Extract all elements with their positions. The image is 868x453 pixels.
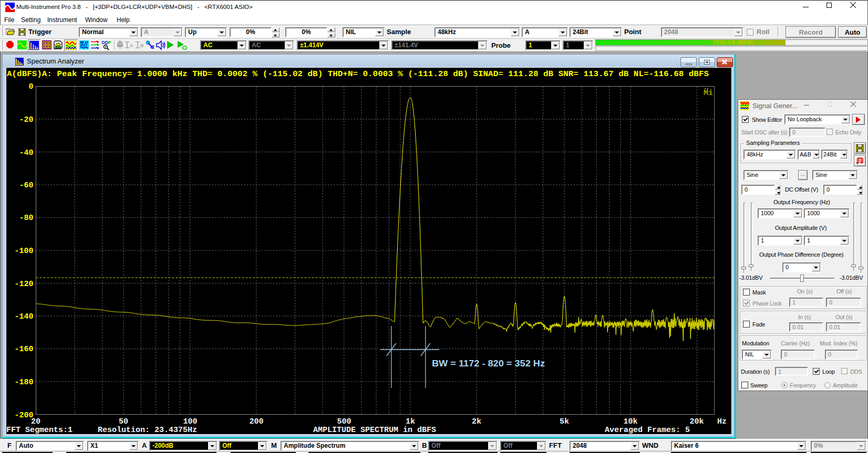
svg-text:-20: -20 <box>19 115 33 124</box>
svg-text:200: 200 <box>249 417 263 426</box>
svg-text:20: 20 <box>31 417 40 426</box>
svg-text:B: B <box>140 43 144 48</box>
svg-text:Resolution: 23.4375Hz: Resolution: 23.4375Hz <box>98 426 197 434</box>
svg-text:-60: -60 <box>19 181 33 190</box>
svg-text:5k: 5k <box>560 417 569 426</box>
svg-text:Hz: Hz <box>717 417 727 426</box>
svg-text:-80: -80 <box>19 214 33 223</box>
svg-text:-160: -160 <box>14 345 33 354</box>
svg-text:500: 500 <box>337 417 351 426</box>
svg-text:2k: 2k <box>472 417 481 426</box>
svg-text:-140: -140 <box>14 312 33 321</box>
svg-text:Averaged Frames: 5: Averaged Frames: 5 <box>605 426 690 434</box>
svg-text:-40: -40 <box>19 149 33 157</box>
svg-text:-100: -100 <box>14 247 33 256</box>
svg-text:AMPLITUDE SPECTRUM in dBFS: AMPLITUDE SPECTRUM in dBFS <box>313 426 436 434</box>
svg-text:0: 0 <box>28 82 33 91</box>
svg-text:BW = 1172 - 820 = 352 Hz: BW = 1172 - 820 = 352 Hz <box>432 359 545 368</box>
svg-text:1k: 1k <box>406 417 415 426</box>
svg-text:-180: -180 <box>14 378 33 387</box>
svg-text:-120: -120 <box>14 280 33 289</box>
svg-text:A: A <box>130 43 133 48</box>
svg-text:DUT: DUT <box>80 43 87 47</box>
svg-text:DDP: DDP <box>102 40 111 45</box>
svg-text:A(dBFS)A: Peak Frequency= 1.0: A(dBFS)A: Peak Frequency= 1.0000 kHz THD… <box>7 70 709 79</box>
svg-text:Mi: Mi <box>704 89 713 98</box>
svg-text:10k: 10k <box>623 417 637 426</box>
svg-text:20k: 20k <box>689 417 704 426</box>
svg-text:50: 50 <box>119 417 128 426</box>
svg-text:100: 100 <box>183 417 197 426</box>
svg-text:FFT Segments:1: FFT Segments:1 <box>6 426 73 434</box>
